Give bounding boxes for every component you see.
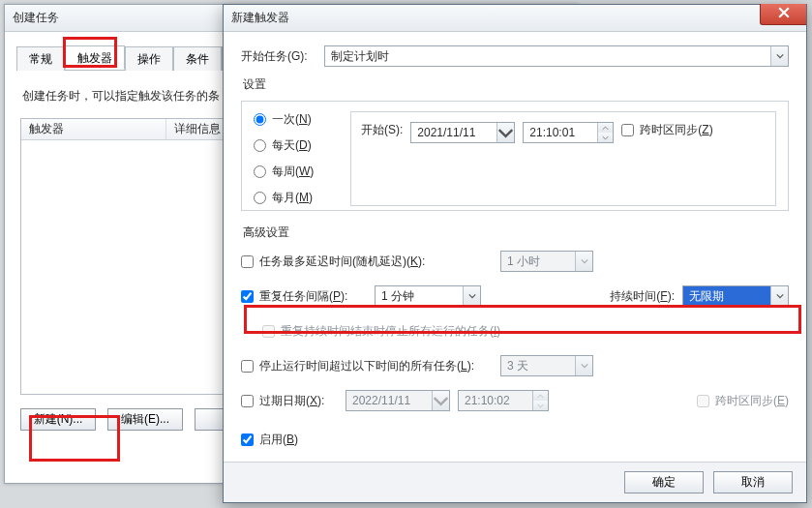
front-title: 新建触发器 [231,10,289,26]
chevron-down-icon [575,252,592,271]
radio-monthly[interactable]: 每月(M) [254,190,337,206]
close-button[interactable] [760,4,806,25]
dialog-footer: 确定 取消 [224,462,806,502]
close-icon [778,7,790,21]
ok-button[interactable]: 确定 [624,471,704,493]
radio-daily[interactable]: 每天(D) [254,137,337,154]
advanced-settings: 任务最多延迟时间(随机延迟)(K): 1 小时 重复任务间隔(P): 1 分钟 … [241,249,789,452]
start-date[interactable]: 2021/11/11 [410,122,515,143]
chevron-up-icon [532,391,548,401]
chevron-down-icon [432,391,449,410]
front-titlebar: 新建触发器 [224,5,806,32]
chevron-down-icon [496,123,514,142]
front-body: 开始任务(G): 制定计划时 设置 一次(N) 每天(D) 每周(W) 每月(M… [224,32,806,471]
start-label: 开始(S): [361,122,403,138]
tab-general[interactable]: 常规 [16,46,65,71]
chevron-down-icon[interactable] [597,133,613,142]
duration-label: 持续时间(F): [610,288,675,305]
edit-trigger-button[interactable]: 编辑(E)... [107,408,183,431]
spin-buttons[interactable] [597,123,613,142]
chevron-down-icon [532,401,548,410]
repeat-interval-combo[interactable]: 1 分钟 [375,285,481,307]
expire-time: 21:10:02 [458,390,549,411]
chevron-down-icon [463,286,480,306]
settings-section-label: 设置 [243,76,789,93]
stop-after-checkbox[interactable]: 停止运行时间超过以下时间的所有任务(L): [241,358,493,374]
tzsync-checkbox[interactable]: 跨时区同步(Z) [621,122,712,138]
freq-radios: 一次(N) 每天(D) 每周(W) 每月(M) [254,111,337,206]
delay-combo: 1 小时 [500,251,593,272]
col-trigger[interactable]: 触发器 [21,119,166,139]
repeat-checkbox[interactable]: 重复任务间隔(P): [241,288,367,305]
stop-at-end-checkbox: 重复持续时间结束时停止所有运行的任务(I) [262,323,500,340]
cancel-button[interactable]: 取消 [713,471,793,493]
start-time[interactable]: 21:10:01 [523,122,614,143]
chevron-down-icon [770,286,788,306]
new-trigger-dialog: 新建触发器 开始任务(G): 制定计划时 设置 一次(N) 每天(D) 每周(W… [223,4,807,503]
stop-after-combo: 3 天 [500,355,593,376]
chevron-down-icon [770,46,788,66]
begin-task-value: 制定计划时 [331,48,389,65]
schedule-group: 一次(N) 每天(D) 每周(W) 每月(M) 开始(S): 2021/11/1… [241,101,789,211]
tab-triggers[interactable]: 触发器 [65,45,125,70]
new-trigger-button[interactable]: 新建(N)... [20,408,96,431]
chevron-down-icon [575,356,592,375]
radio-once[interactable]: 一次(N) [254,111,337,128]
begin-task-label: 开始任务(G): [241,48,316,65]
radio-weekly[interactable]: 每周(W) [254,164,337,180]
delay-checkbox[interactable]: 任务最多延迟时间(随机延迟)(K): [241,254,493,270]
tab-conditions[interactable]: 条件 [173,46,222,71]
advanced-section-label: 高级设置 [243,224,789,241]
duration-combo[interactable]: 无限期 [682,285,789,307]
begin-task-combo[interactable]: 制定计划时 [324,45,789,67]
enabled-checkbox[interactable]: 启用(B) [241,432,298,448]
tab-actions[interactable]: 操作 [125,46,173,71]
chevron-up-icon[interactable] [597,123,613,133]
start-subgroup: 开始(S): 2021/11/11 21:10:01 [350,111,776,206]
expire-checkbox[interactable]: 过期日期(X): [241,393,338,409]
spin-buttons [532,391,548,410]
back-title: 创建任务 [13,10,59,26]
expire-tzsync-checkbox: 跨时区同步(E) [697,393,789,409]
expire-date: 2022/11/11 [346,390,450,411]
